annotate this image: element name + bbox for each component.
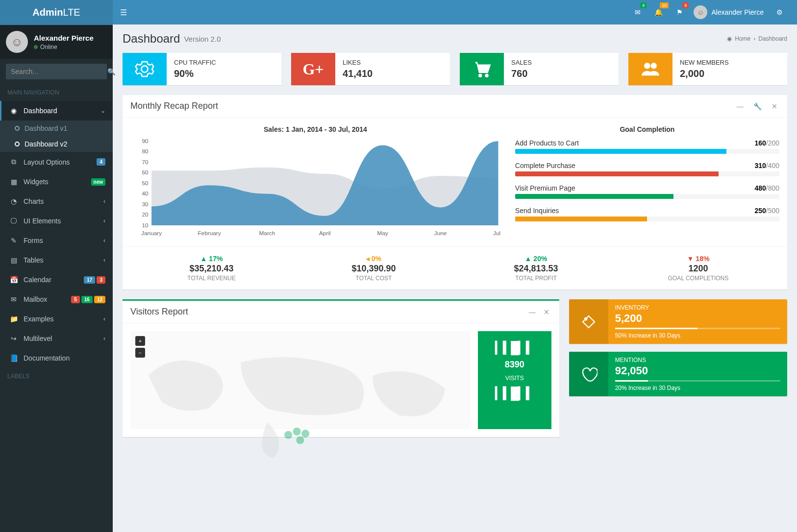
- chevron-left-icon: ‹: [103, 315, 105, 322]
- footer-stat: ◂ 0% $10,390.90 TOTAL COST: [293, 255, 455, 282]
- progress-bar: [515, 149, 779, 154]
- collapse-button[interactable]: —: [735, 101, 746, 111]
- notifications-button[interactable]: 🔔10: [651, 5, 666, 19]
- search-input[interactable]: [6, 64, 101, 79]
- goal-label: Send Inquiries: [515, 207, 559, 215]
- stat-title: CPU TRAFFIC: [174, 59, 216, 66]
- sidebar-item-label: Widgets: [24, 178, 91, 186]
- sidebar-item-ui[interactable]: 🖵 UI Elements ‹: [0, 211, 113, 231]
- sidebar-item-label: Multilevel: [24, 335, 103, 342]
- sidebar-sub-dashboard-v2[interactable]: Dashboard v2: [0, 136, 113, 152]
- svg-point-2: [645, 63, 649, 68]
- collapse-button[interactable]: —: [527, 307, 538, 317]
- sidebar-item-documentation[interactable]: 📘 Documentation: [0, 348, 113, 368]
- visitors-report-box: Visitors Report — ✕ + −: [123, 299, 559, 437]
- stat-value: 41,410: [343, 68, 373, 79]
- small-box[interactable]: INVENTORY 5,200 50% Increase in 30 Days: [569, 299, 787, 344]
- goal-item: Visit Premium Page480/800: [515, 184, 779, 199]
- menu-toggle-button[interactable]: ☰: [120, 8, 127, 17]
- svg-text:March: March: [259, 230, 275, 236]
- progress-bar: [515, 194, 779, 199]
- svg-point-20: [293, 428, 301, 435]
- sidebar-item-label: Charts: [24, 197, 103, 205]
- stat-value: 1200: [617, 264, 779, 274]
- wrench-icon: 🔧: [751, 101, 764, 111]
- avatar[interactable]: ☺: [6, 31, 28, 53]
- remove-button[interactable]: ✕: [542, 307, 551, 317]
- svg-text:July: July: [493, 230, 500, 236]
- sidebar-sub-dashboard-v1[interactable]: Dashboard v1: [0, 121, 113, 136]
- circle-icon: [15, 126, 20, 131]
- svg-text:40: 40: [142, 191, 148, 197]
- remove-button[interactable]: ✕: [770, 101, 779, 111]
- badge: 5: [71, 296, 80, 303]
- sidebar-item-tables[interactable]: ▤ Tables ‹: [0, 250, 113, 270]
- bars-icon: ▎▍█▎▍: [495, 341, 534, 355]
- page-title: Dashboard: [123, 32, 180, 46]
- badge: 10: [660, 2, 669, 8]
- goal-label: Add Products to Cart: [515, 139, 579, 147]
- tasks-button[interactable]: ⚑9: [673, 5, 686, 19]
- chevron-down-icon: ⌄: [100, 107, 105, 114]
- dashboard-icon: ◉: [9, 107, 19, 115]
- topbar-user-name[interactable]: Alexander Pierce: [711, 8, 764, 16]
- files-icon: ⧉: [9, 158, 19, 166]
- stat-value: $35,210.43: [130, 264, 293, 274]
- stat-label: TOTAL PROFIT: [455, 275, 617, 282]
- badge: 4: [640, 2, 647, 8]
- sidebar-item-calendar[interactable]: 📅 Calendar 17 3: [0, 270, 113, 290]
- svg-point-0: [479, 74, 481, 77]
- stat-members: NEW MEMBERS2,000: [628, 53, 787, 85]
- control-sidebar-button[interactable]: ⚙: [773, 5, 786, 19]
- flag-icon: ⚑: [676, 8, 683, 16]
- sidebar: AdminLTE ☺ Alexander Pierce Online 🔍 MAI…: [0, 0, 113, 532]
- small-box[interactable]: MENTIONS 92,050 20% Increase in 30 Days: [569, 352, 787, 396]
- messages-button[interactable]: ✉4: [632, 5, 644, 19]
- sidebar-item-mailbox[interactable]: ✉ Mailbox 5 16 12: [0, 290, 113, 309]
- topbar: ☰ ✉4 🔔10 ⚑9 ☺ Alexander Pierce ⚙: [113, 0, 797, 24]
- goal-max: /400: [766, 162, 779, 169]
- sidebar-item-forms[interactable]: ✎ Forms ‹: [0, 231, 113, 250]
- stat-sales: SALES760: [460, 53, 619, 85]
- sidebar-item-multilevel[interactable]: ↪ Multilevel ‹: [0, 329, 113, 348]
- badge: 16: [81, 296, 93, 303]
- stat-value: $10,390.90: [293, 264, 455, 274]
- dashboard-icon: ◉: [727, 35, 732, 42]
- user-status: Online: [40, 44, 57, 50]
- visits-value: 8390: [505, 360, 524, 370]
- footer-stat: ▲ 20% $24,813.53 TOTAL PROFIT: [455, 255, 617, 282]
- brand-logo[interactable]: AdminLTE: [0, 0, 113, 25]
- envelope-icon: ✉: [635, 8, 641, 16]
- sidebar-item-dashboard[interactable]: ◉ Dashboard ⌄: [0, 101, 113, 121]
- sidebar-item-label: Calendar: [24, 276, 84, 284]
- goal-item: Send Inquiries250/500: [515, 207, 779, 221]
- nav-header-main: MAIN NAVIGATION: [0, 84, 113, 101]
- world-map[interactable]: + −: [130, 331, 470, 429]
- breadcrumb-home[interactable]: Home: [735, 35, 750, 42]
- goal-label: Complete Purchase: [515, 162, 575, 169]
- sidebar-item-examples[interactable]: 📁 Examples ‹: [0, 309, 113, 329]
- breadcrumb-current: Dashboard: [758, 35, 787, 42]
- svg-text:20: 20: [142, 212, 148, 218]
- th-icon: ▦: [9, 178, 19, 186]
- map-svg: [135, 336, 465, 468]
- settings-button[interactable]: 🔧: [749, 101, 766, 111]
- envelope-icon: ✉: [9, 295, 19, 303]
- sidebar-item-layout[interactable]: ⧉ Layout Options 4: [0, 152, 113, 172]
- laptop-icon: 🖵: [9, 217, 19, 225]
- badge: 17: [84, 276, 95, 284]
- svg-point-22: [284, 431, 292, 439]
- avatar[interactable]: ☺: [694, 5, 707, 19]
- goal-max: /500: [766, 207, 779, 215]
- breadcrumb: ◉ Home › Dashboard: [727, 35, 787, 42]
- google-plus-icon: G+: [291, 53, 335, 85]
- sidebar-item-widgets[interactable]: ▦ Widgets new: [0, 172, 113, 192]
- shopping-cart-icon: [460, 53, 504, 85]
- goal-max: /200: [766, 139, 779, 147]
- pie-chart-icon: ◔: [9, 197, 19, 205]
- gear-icon: [123, 53, 167, 85]
- badge-new: new: [91, 178, 105, 186]
- svg-text:February: February: [198, 230, 221, 236]
- sidebar-item-charts[interactable]: ◔ Charts ‹: [0, 192, 113, 211]
- badge: 3: [97, 276, 105, 284]
